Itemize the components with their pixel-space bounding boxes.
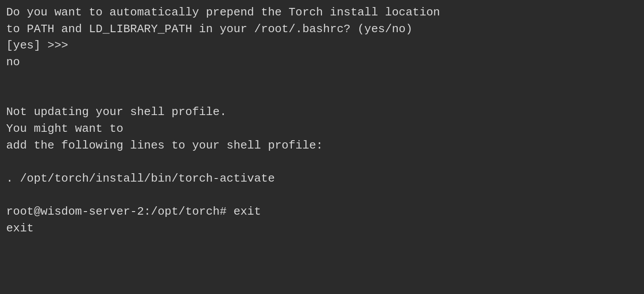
blank-line xyxy=(6,187,638,204)
terminal-line: add the following lines to your shell pr… xyxy=(6,138,638,154)
terminal-line: [yes] >>> xyxy=(6,37,638,54)
blank-line xyxy=(6,87,638,104)
terminal-line: root@wisdom-server-2:/opt/torch# exit xyxy=(6,204,638,220)
terminal-window[interactable]: Do you want to automatically prepend the… xyxy=(0,0,644,294)
terminal-line: no xyxy=(6,54,638,71)
terminal-line: exit xyxy=(6,220,638,237)
terminal-line: Do you want to automatically prepend the… xyxy=(6,4,638,21)
terminal-line: . /opt/torch/install/bin/torch-activate xyxy=(6,171,638,187)
terminal-line: You might want to xyxy=(6,121,638,138)
terminal-line: Not updating your shell profile. xyxy=(6,104,638,121)
terminal-line: to PATH and LD_LIBRARY_PATH in your /roo… xyxy=(6,21,638,38)
blank-line xyxy=(6,71,638,88)
blank-line xyxy=(6,154,638,171)
